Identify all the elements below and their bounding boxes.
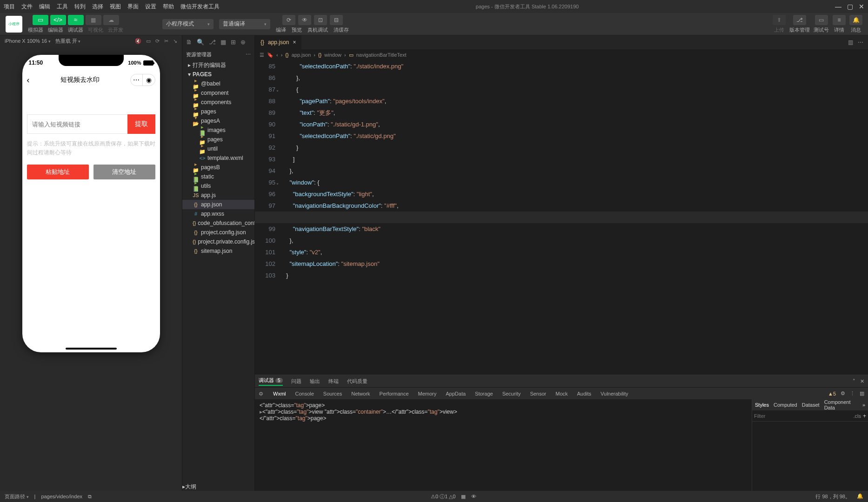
wxml-tree[interactable]: <"attr">class="tag">page> ▸<"attr">class… <box>255 399 752 491</box>
toolbar-上传[interactable]: ⬆ <box>773 15 786 25</box>
tree-pages[interactable]: ▸ 📁pages <box>182 135 254 144</box>
menu-界面[interactable]: 界面 <box>127 3 139 11</box>
debugger-button[interactable]: ≈ <box>68 15 84 25</box>
dbg-close-icon[interactable]: ✕ <box>860 378 864 384</box>
devtab-AppData[interactable]: AppData <box>446 391 466 396</box>
dbg-tab-输出[interactable]: 输出 <box>310 378 320 385</box>
cloud-button[interactable]: ☁ <box>103 15 119 25</box>
editor-button[interactable]: </> <box>50 15 66 25</box>
clear-button[interactable]: 清空地址 <box>93 165 155 179</box>
visual-button[interactable]: ▦ <box>86 15 101 25</box>
crumb-nav-icon[interactable]: ☰ <box>260 52 264 58</box>
action-清缓存[interactable]: ⊟ <box>330 15 343 25</box>
dbg-tab-代码质量[interactable]: 代码质量 <box>347 378 367 385</box>
menu-视图[interactable]: 视图 <box>110 3 121 11</box>
crumb-fwd-icon[interactable]: › <box>281 52 283 58</box>
cls-toggle[interactable]: .cls <box>851 413 863 419</box>
status-eye-icon[interactable]: 👁 <box>471 494 476 499</box>
tree-app.js[interactable]: JSapp.js <box>182 191 254 200</box>
open-editors[interactable]: ▸打开的编辑器 <box>182 60 254 70</box>
devtab-Mock[interactable]: Mock <box>555 391 568 396</box>
network-select[interactable]: 热重载 开 <box>55 38 81 45</box>
device-select[interactable]: iPhone X 100% 16 <box>5 38 51 44</box>
status-ext-icon[interactable]: ▦ <box>461 494 466 500</box>
search-icon[interactable]: 🔍 <box>197 39 204 46</box>
devtab-Memory[interactable]: Memory <box>418 391 437 396</box>
maximize-icon[interactable]: ▢ <box>847 3 853 10</box>
capsule-close-icon[interactable]: ◉ <box>143 74 155 86</box>
tab-close-icon[interactable]: × <box>293 39 296 46</box>
dbg-up-icon[interactable]: ˄ <box>853 378 855 384</box>
styletab-Styles[interactable]: Styles <box>755 402 769 408</box>
action-真机调试[interactable]: ⊡ <box>314 15 327 25</box>
inspect-icon[interactable]: ⯐ <box>259 391 264 396</box>
compile-select[interactable]: 普通编译 <box>219 19 270 29</box>
ext-icon[interactable]: ▦ <box>220 39 226 46</box>
styletab-Dataset[interactable]: Dataset <box>802 402 820 408</box>
styletab-Computed[interactable]: Computed <box>774 402 797 408</box>
toolbar-测试号[interactable]: ▭ <box>815 15 828 25</box>
sim-close-icon[interactable]: ↘ <box>173 38 177 44</box>
devtab-Vulnerability[interactable]: Vulnerability <box>601 391 628 396</box>
tree-images[interactable]: ▸ 📗images <box>182 126 254 135</box>
dbg-tab-问题[interactable]: 问题 <box>291 378 301 385</box>
code-area[interactable]: 8586878889909192939495969798991001011021… <box>255 60 868 375</box>
action-编译[interactable]: ⟳ <box>282 15 295 25</box>
route-label[interactable]: 页面路径 <box>5 493 29 500</box>
tree-code_obfuscation_conf...[interactable]: {}code_obfuscation_conf... <box>182 218 254 228</box>
crumb-back-icon[interactable]: ‹ <box>276 52 278 58</box>
tree-sitemap.json[interactable]: {}sitemap.json <box>182 246 254 256</box>
menu-微信开发者工具[interactable]: 微信开发者工具 <box>180 3 220 11</box>
sim-mute-icon[interactable]: 🔇 <box>135 38 141 44</box>
explorer-more-icon[interactable]: ⋯ <box>246 52 251 58</box>
styletab-Component Data[interactable]: Component Data <box>824 399 858 410</box>
tree-project.config.json[interactable]: {}project.config.json <box>182 228 254 237</box>
minimize-icon[interactable]: — <box>835 3 841 10</box>
route-path[interactable]: pages/video/index <box>41 494 82 499</box>
more-icon[interactable]: ⋯ <box>858 39 863 46</box>
menu-编辑[interactable]: 编辑 <box>39 3 50 11</box>
tree-pagesA[interactable]: ▾ 📂pagesA <box>182 116 254 126</box>
devtab-Audits[interactable]: Audits <box>577 391 592 396</box>
toolbar-版本管理[interactable]: ⎇ <box>793 15 806 25</box>
ext3-icon[interactable]: ⊕ <box>240 39 246 46</box>
git-icon[interactable]: ⎇ <box>209 39 216 46</box>
new-rule-icon[interactable]: + <box>863 413 866 419</box>
close-icon[interactable]: ✕ <box>859 3 864 10</box>
menu-转到[interactable]: 转到 <box>74 3 86 11</box>
dbg-tab-调试器[interactable]: 调试器5 <box>259 377 283 386</box>
tree-utils[interactable]: ▸ 📗utils <box>182 181 254 191</box>
toolbar-详情[interactable]: ≡ <box>833 15 846 25</box>
action-预览[interactable]: 👁 <box>298 15 311 25</box>
url-input[interactable] <box>27 114 127 134</box>
tree-app.wxss[interactable]: #app.wxss <box>182 209 254 218</box>
devtab-Console[interactable]: Console <box>295 391 314 396</box>
sim-fullscreen-icon[interactable]: ▭ <box>146 38 151 44</box>
capsule-menu-icon[interactable]: ⋯ <box>131 74 143 86</box>
extract-button[interactable]: 提取 <box>127 114 155 134</box>
devtab-Wxml[interactable]: Wxml <box>273 391 286 396</box>
styles-more-icon[interactable]: » <box>862 402 865 408</box>
files-icon[interactable]: 🗎 <box>186 39 192 46</box>
tree-app.json[interactable]: {}app.json <box>182 200 254 209</box>
tree-until[interactable]: ▸ 📁until <box>182 144 254 153</box>
back-icon[interactable]: ‹ <box>27 75 30 85</box>
status-stats[interactable]: ⚠0 ⓘ1 △0 <box>431 493 455 500</box>
warn-badge[interactable]: ▲5 <box>828 391 836 396</box>
mode-select[interactable]: 小程序模式 <box>162 19 214 29</box>
paste-button[interactable]: 粘贴地址 <box>27 165 89 179</box>
devtab-Sensor[interactable]: Sensor <box>530 391 546 396</box>
crumb-bookmark-icon[interactable]: 🔖 <box>267 52 274 58</box>
menu-工具[interactable]: 工具 <box>57 3 68 11</box>
menu-帮助[interactable]: 帮助 <box>163 3 174 11</box>
copy-icon[interactable]: ⧉ <box>88 494 92 500</box>
devtab-Network[interactable]: Network <box>351 391 370 396</box>
menu-文件[interactable]: 文件 <box>21 3 33 11</box>
simulator-button[interactable]: ▭ <box>33 15 48 25</box>
styles-filter-input[interactable] <box>754 413 851 419</box>
editor-tab[interactable]: {} app.json × <box>255 35 301 49</box>
menu-项目[interactable]: 项目 <box>4 3 15 11</box>
toolbar-消息[interactable]: 🔔 <box>849 15 862 25</box>
dbg-tab-终端[interactable]: 终端 <box>328 378 339 385</box>
devtab-Storage[interactable]: Storage <box>475 391 493 396</box>
